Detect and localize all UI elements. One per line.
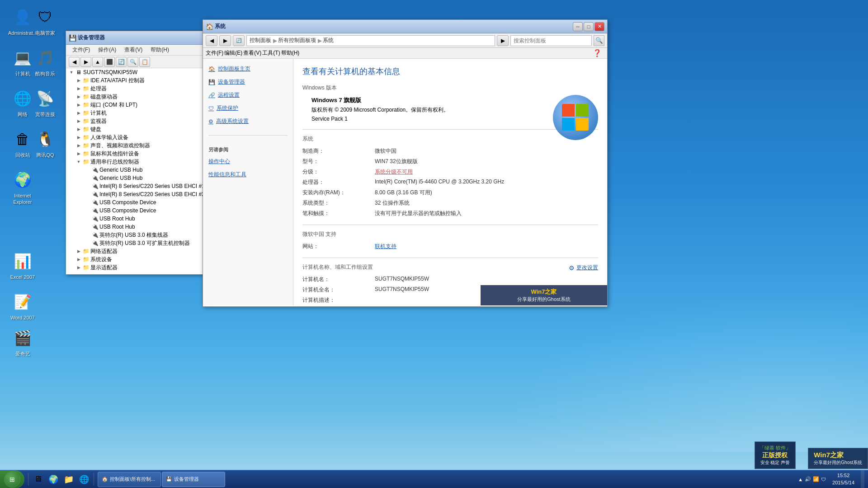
excel-label: Excel 2007 bbox=[6, 274, 39, 280]
help-icon[interactable]: ❓ bbox=[590, 48, 604, 58]
greentea-line1: 「绿茶 软件」 bbox=[760, 445, 791, 451]
child-icon: 🔌 bbox=[91, 231, 99, 239]
sysinfo-address-bar: ◀ ▶ 🔄 控制面板 ▶ 所有控制面板项 ▶ 系统 ▶ 🔍 bbox=[203, 33, 607, 48]
dm-menu-action[interactable]: 操作(A) bbox=[94, 45, 120, 55]
ql-show-desktop-btn[interactable]: 🖥 bbox=[30, 472, 46, 487]
taskbar-btn-devmgr[interactable]: 💾 设备管理器 bbox=[162, 472, 225, 487]
sidebar-link-home[interactable]: 🏠 控制面板主页 bbox=[203, 62, 293, 75]
dm-props-btn[interactable]: 📋 bbox=[139, 57, 150, 67]
ql-ie2-btn[interactable]: 🌐 bbox=[76, 472, 92, 487]
child-label: 英特尔(R) USB 3.0 根集线器 bbox=[99, 231, 168, 239]
tray-date: 2015/5/14 bbox=[832, 479, 854, 486]
desktop-icon-ie[interactable]: 🌍 Internet Explorer bbox=[5, 167, 41, 207]
website-value[interactable]: 联机支持 bbox=[375, 243, 598, 250]
path-controlpanel: 控制面板 ▶ bbox=[250, 37, 278, 44]
advanced-icon: ⚙ bbox=[208, 118, 213, 125]
start-button[interactable]: ⊞ bbox=[0, 470, 24, 488]
ql-folder-btn[interactable]: 📁 bbox=[61, 472, 76, 487]
sidebar-link-devmgr[interactable]: 💾 设备管理器 bbox=[203, 75, 293, 89]
dm-stop-btn[interactable]: ⬛ bbox=[104, 57, 115, 67]
child-label: USB Composite Device bbox=[99, 207, 156, 214]
desktop-icon-word[interactable]: 📝 Word 2007 bbox=[5, 289, 41, 323]
addr-go-btn[interactable]: ▶ bbox=[497, 35, 509, 46]
si-menu-tools[interactable]: 工具(T) bbox=[262, 49, 280, 57]
ql-ie-btn[interactable]: 🌍 bbox=[46, 472, 61, 487]
item-label: 网络适配器 bbox=[90, 248, 118, 255]
system-tray: ▲ 🔊 📶 🛡 15:52 2015/5/14 bbox=[794, 470, 868, 488]
item-icon: 📁 bbox=[82, 85, 90, 92]
addr-back-btn[interactable]: ◀ bbox=[206, 35, 217, 46]
win-logo-circle bbox=[553, 95, 598, 140]
desktop-icon-jiankang[interactable]: 🛡 电脑管家 bbox=[27, 5, 63, 38]
flag-green bbox=[576, 104, 589, 117]
desktop-icon-kugou[interactable]: 🎵 酷狗音乐 bbox=[27, 45, 63, 79]
search-input[interactable] bbox=[510, 35, 592, 46]
root-expander: ▼ bbox=[68, 69, 75, 76]
item-expander: ▶ bbox=[75, 134, 82, 141]
sidebar-link-performance[interactable]: 性能信息和工具 bbox=[203, 168, 293, 181]
tray-volume-icon[interactable]: 🔊 bbox=[805, 476, 811, 482]
item-label: 磁盘驱动器 bbox=[90, 93, 118, 101]
dm-forward-btn[interactable]: ▶ bbox=[80, 57, 91, 67]
change-settings-link[interactable]: 更改设置 bbox=[576, 264, 598, 272]
dm-menu-file[interactable]: 文件(F) bbox=[69, 45, 94, 55]
pen-value: 没有可用于此显示器的笔或触控输入 bbox=[375, 210, 598, 217]
tray-expand-icon[interactable]: ▲ bbox=[798, 477, 803, 482]
si-menu-file[interactable]: 文件(F) bbox=[206, 49, 223, 57]
sidebar-link-protection[interactable]: 🛡 系统保护 bbox=[203, 102, 293, 115]
change-settings-wrapper: ⚙ 更改设置 bbox=[569, 264, 598, 272]
tray-security-icon[interactable]: 🛡 bbox=[821, 477, 826, 482]
addr-path[interactable]: 控制面板 ▶ 所有控制面板项 ▶ 系统 bbox=[246, 35, 495, 46]
desktop-icon-qq[interactable]: 🐧 腾讯QQ bbox=[27, 127, 63, 160]
dm-up-btn[interactable]: ▲ bbox=[92, 57, 103, 67]
item-icon: 📁 bbox=[82, 109, 90, 117]
computer-section-header: 计算机名称、域和工作组设置 ⚙ 更改设置 bbox=[302, 263, 598, 272]
tray-network-icon[interactable]: 📶 bbox=[813, 476, 819, 482]
start-icon: ⊞ bbox=[9, 476, 15, 483]
sidebar-link-advanced[interactable]: ⚙ 高级系统设置 bbox=[203, 115, 293, 128]
sysinfo-maximize-btn[interactable]: □ bbox=[584, 22, 594, 31]
tray-clock[interactable]: 15:52 2015/5/14 bbox=[829, 472, 858, 486]
word-label: Word 2007 bbox=[6, 314, 39, 321]
rating-value[interactable]: 系统分级不可用 bbox=[375, 168, 598, 176]
search-btn[interactable]: 🔍 bbox=[594, 35, 604, 46]
child-icon: 🔌 bbox=[91, 223, 99, 230]
sidebar-link-actioncenter[interactable]: 操作中心 bbox=[203, 155, 293, 168]
si-menu-edit[interactable]: 编辑(E) bbox=[224, 49, 242, 57]
change-settings-icon: ⚙ bbox=[569, 264, 575, 272]
support-label: 微软中国 支持 bbox=[302, 230, 598, 239]
sysinfo-title: 系统 bbox=[215, 23, 571, 30]
dm-menu-help[interactable]: 帮助(H) bbox=[147, 45, 173, 55]
item-icon: 📁 bbox=[82, 256, 90, 263]
taskbar-btn-controlpanel[interactable]: 🏠 控制面板\所有控制... bbox=[98, 472, 161, 487]
sysinfo-minimize-btn[interactable]: ─ bbox=[573, 22, 583, 31]
desktop-icon-excel[interactable]: 📊 Excel 2007 bbox=[5, 249, 41, 282]
si-menu-view[interactable]: 查看(V) bbox=[243, 49, 261, 57]
addr-refresh-btn[interactable]: 🔄 bbox=[233, 35, 245, 46]
system-type-label: 系统类型： bbox=[302, 199, 375, 207]
si-menu-help[interactable]: 帮助(H) bbox=[281, 49, 300, 57]
child-icon: 🔌 bbox=[91, 215, 99, 222]
device-manager-window-icon: 💾 bbox=[69, 34, 76, 42]
jiankang-label: 电脑管家 bbox=[29, 30, 61, 36]
addr-forward-btn[interactable]: ▶ bbox=[219, 35, 231, 46]
sidebar-link-remote[interactable]: 🔗 远程设置 bbox=[203, 89, 293, 102]
dm-menu-view[interactable]: 查看(V) bbox=[121, 45, 146, 55]
item-expander: ▶ bbox=[75, 150, 82, 157]
model-row: 型号： WIN7 32位旗舰版 bbox=[302, 158, 598, 165]
system-type-value: 32 位操作系统 bbox=[375, 199, 598, 207]
desktop-icon-iqiyi[interactable]: 🎬 爱奇艺 bbox=[5, 325, 41, 359]
dm-scan-btn[interactable]: 🔍 bbox=[127, 57, 138, 67]
desktop-icon-broadband[interactable]: 📡 宽带连接 bbox=[27, 86, 63, 119]
sysinfo-close-btn[interactable]: ✕ bbox=[594, 22, 604, 31]
taskbar-controlpanel-label: 控制面板\所有控制... bbox=[110, 476, 155, 483]
system-section: 系统 制造商： 微软中国 型号： WIN7 32位旗舰版 分级： 系统分级不可用 bbox=[302, 135, 598, 217]
item-label: 键盘 bbox=[90, 126, 101, 133]
devmgr-label: 设备管理器 bbox=[218, 78, 245, 86]
taskbar: ⊞ 🖥 🌍 📁 🌐 🏠 控制面板\所有控制... 💾 设备管理器 ▲ 🔊 bbox=[0, 470, 868, 488]
child-expander bbox=[84, 239, 91, 247]
dm-refresh-btn[interactable]: 🔄 bbox=[116, 57, 127, 67]
show-desktop-strip[interactable] bbox=[861, 470, 864, 488]
iqiyi-icon: 🎬 bbox=[12, 327, 33, 349]
dm-back-btn[interactable]: ◀ bbox=[69, 57, 80, 67]
